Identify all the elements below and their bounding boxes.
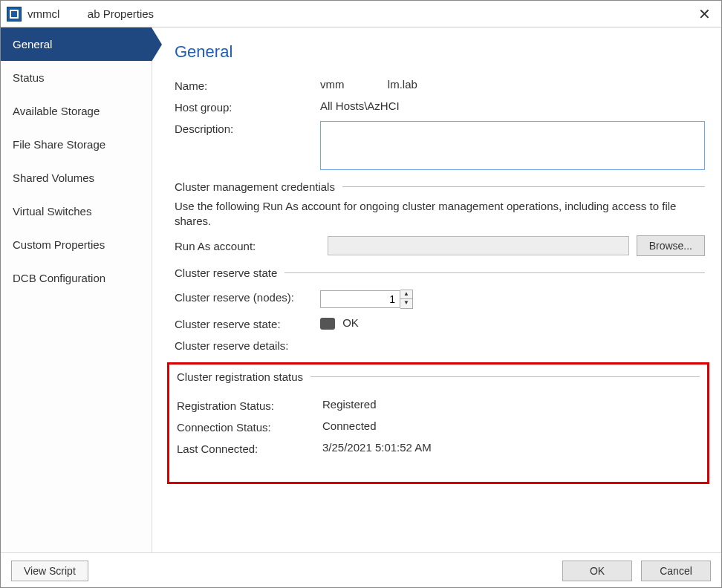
sidebar-item-virtual-switches[interactable]: Virtual Switches <box>1 195 152 228</box>
page-heading: General <box>175 42 705 62</box>
ok-button[interactable]: OK <box>562 561 632 581</box>
section-cluster-reserve: Cluster reserve state <box>175 267 705 279</box>
reserve-nodes-spinner[interactable]: ▲ ▼ <box>320 290 413 309</box>
sidebar-item-available-storage[interactable]: Available Storage <box>1 94 152 128</box>
close-button[interactable]: ✕ <box>694 5 715 23</box>
cancel-button[interactable]: Cancel <box>641 561 711 581</box>
last-connected-value: 3/25/2021 5:01:52 AM <box>322 441 700 454</box>
registration-status-value: Registered <box>322 398 700 411</box>
content-pane: General Name: vmm lm.lab Host group: All… <box>152 27 721 552</box>
sidebar-item-status[interactable]: Status <box>1 61 152 94</box>
app-icon <box>7 7 22 22</box>
last-connected-label: Last Connected: <box>177 441 322 455</box>
reserve-nodes-input[interactable] <box>320 290 400 308</box>
window-title: vmmcl ab Properties <box>27 7 694 20</box>
sidebar-item-custom-properties[interactable]: Custom Properties <box>1 228 152 261</box>
view-script-button[interactable]: View Script <box>11 561 88 581</box>
description-label: Description: <box>175 121 320 135</box>
browse-button[interactable]: Browse... <box>637 235 705 256</box>
sidebar-nav: General Status Available Storage File Sh… <box>1 27 152 552</box>
cred-help-text: Use the following Run As account for ong… <box>175 199 705 228</box>
host-group-value: All Hosts\AzHCI <box>320 99 705 112</box>
sidebar-item-file-share-storage[interactable]: File Share Storage <box>1 128 152 161</box>
spinner-up-icon[interactable]: ▲ <box>400 290 412 299</box>
section-cluster-registration: Cluster registration status <box>177 370 700 383</box>
section-cluster-credentials: Cluster management credentials <box>175 180 705 193</box>
registration-status-label: Registration Status: <box>177 398 322 412</box>
name-label: Name: <box>175 78 320 92</box>
sidebar-item-dcb-configuration[interactable]: DCB Configuration <box>1 261 152 295</box>
dialog-footer: View Script OK Cancel <box>1 552 721 588</box>
reserve-state-value: OK <box>320 316 705 330</box>
window-subtitle: ab Properties <box>88 7 154 20</box>
spinner-down-icon[interactable]: ▼ <box>400 299 412 308</box>
host-group-label: Host group: <box>175 99 320 114</box>
highlight-registration-status: Cluster registration status Registration… <box>167 362 709 484</box>
runas-label: Run As account: <box>175 240 320 252</box>
sidebar-item-shared-volumes[interactable]: Shared Volumes <box>1 161 152 195</box>
sidebar-item-general[interactable]: General <box>1 27 152 61</box>
runas-input[interactable] <box>328 236 629 255</box>
app-name: vmmcl <box>27 7 59 20</box>
status-ok-icon <box>320 318 335 330</box>
title-bar: vmmcl ab Properties ✕ <box>1 1 721 27</box>
connection-status-label: Connection Status: <box>177 419 322 434</box>
name-value: vmm lm.lab <box>320 78 705 91</box>
description-input[interactable] <box>320 121 705 170</box>
reserve-nodes-label: Cluster reserve (nodes): <box>175 290 320 304</box>
reserve-details-label: Cluster reserve details: <box>175 338 320 352</box>
connection-status-value: Connected <box>322 419 700 432</box>
reserve-state-label: Cluster reserve state: <box>175 316 320 330</box>
